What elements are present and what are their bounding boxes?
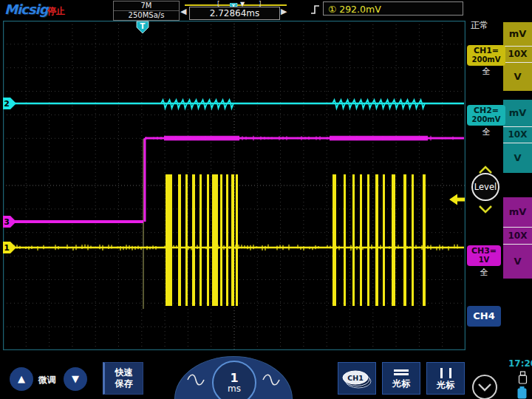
ch1-badge[interactable]: CH1= 200mV bbox=[467, 45, 505, 66]
timebase-unit: ms bbox=[228, 384, 241, 394]
memory-depth: 7M bbox=[114, 1, 179, 11]
acquisition-info-box[interactable]: 7M 250MSa/s bbox=[113, 1, 180, 21]
ch3-name: CH3 bbox=[471, 246, 490, 256]
svg-text:CH1: CH1 bbox=[347, 374, 364, 382]
fine-tune-up-button[interactable]: ▲ bbox=[10, 367, 33, 391]
hcursor-label: 光标 bbox=[392, 378, 410, 389]
battery-icon bbox=[516, 386, 528, 399]
vcursor-label: 光标 bbox=[437, 380, 454, 390]
brand-logo: Micsig bbox=[4, 1, 48, 17]
trigger-delay-increase-arrow[interactable]: ▶ bbox=[281, 7, 287, 16]
quick-save-line2: 保存 bbox=[105, 378, 143, 389]
ch1-name: CH1 bbox=[474, 46, 492, 55]
clock: 17:20 bbox=[508, 358, 532, 369]
timebase-value: 1 bbox=[230, 372, 238, 384]
ch1-v-button[interactable]: V bbox=[503, 63, 532, 91]
channel-select-button[interactable]: CH1 bbox=[338, 362, 376, 395]
acquire-mode-label: 正常 bbox=[471, 19, 488, 32]
timebase-knob[interactable]: 1 ms bbox=[212, 361, 256, 399]
vertical-cursor-button[interactable]: 光标 bbox=[426, 362, 465, 395]
ch1-mv-button[interactable]: mV bbox=[503, 22, 532, 47]
ch1-coupling-icon: = bbox=[492, 46, 499, 55]
run-state-indicator[interactable]: 停止 bbox=[47, 5, 65, 18]
hcursor-icon bbox=[394, 368, 409, 377]
collapse-menu-button[interactable] bbox=[472, 375, 497, 399]
usb-icon bbox=[518, 371, 528, 388]
sample-rate: 250MSa/s bbox=[114, 11, 179, 20]
oscilloscope-screen: Micsig 停止 7M 250MSa/s [ ] T ▼ ◀ 2.72864m… bbox=[0, 0, 532, 399]
ch3-mv-button[interactable]: mV bbox=[503, 197, 532, 228]
ch1-bandwidth: 全 bbox=[467, 66, 505, 77]
fine-tune-down-button[interactable]: ▼ bbox=[64, 367, 87, 391]
ch2-unit-panel[interactable]: mV 10X V bbox=[503, 100, 532, 173]
sine-fast-icon[interactable] bbox=[262, 372, 281, 391]
trigger-level-value[interactable]: ① 292.0mV bbox=[323, 1, 463, 16]
ch4-badge[interactable]: CH4 bbox=[467, 306, 501, 327]
waveform-display[interactable]: 231T bbox=[3, 21, 466, 350]
ch2-coupling-icon: = bbox=[492, 106, 499, 115]
trigger-delay-decrease-arrow[interactable]: ◀ bbox=[180, 7, 186, 16]
ch3-coupling-icon: = bbox=[490, 246, 497, 256]
ch1-probe-button[interactable]: 10X bbox=[503, 47, 532, 63]
ch3-unit-panel[interactable]: mV 10X V bbox=[503, 197, 532, 279]
trigger-position-value[interactable]: 2.72864ms bbox=[189, 7, 280, 20]
level-down-chevron[interactable] bbox=[478, 202, 493, 216]
horizontal-cursor-button[interactable]: 光标 bbox=[382, 362, 420, 395]
ch3-scale: 1V bbox=[467, 256, 501, 264]
sine-slow-icon[interactable] bbox=[186, 372, 205, 391]
ch2-name: CH2 bbox=[474, 106, 492, 115]
ch3-bandwidth: 全 bbox=[465, 267, 503, 278]
fine-tune-label: 微调 bbox=[38, 374, 56, 386]
ch3-v-button[interactable]: V bbox=[503, 245, 532, 279]
ch2-bandwidth: 全 bbox=[467, 126, 505, 137]
ch3-badge[interactable]: CH3= 1V bbox=[467, 245, 501, 266]
trigger-slope-rising-icon[interactable] bbox=[310, 3, 321, 19]
svg-text:2: 2 bbox=[4, 99, 10, 109]
ch2-probe-button[interactable]: 10X bbox=[503, 127, 532, 143]
ch2-scale: 200mV bbox=[467, 115, 505, 123]
ch1-unit-panel[interactable]: mV 10X V bbox=[503, 22, 532, 91]
ch2-v-button[interactable]: V bbox=[503, 143, 532, 173]
quick-save-line1: 快速 bbox=[105, 367, 143, 378]
chevron-down-icon bbox=[475, 381, 494, 393]
svg-text:T: T bbox=[140, 22, 146, 30]
level-knob[interactable]: Level bbox=[471, 173, 499, 201]
ch1-scale: 200mV bbox=[467, 55, 505, 64]
svg-text:3: 3 bbox=[4, 217, 10, 227]
ch2-mv-button[interactable]: mV bbox=[503, 100, 532, 127]
svg-text:1: 1 bbox=[4, 243, 10, 253]
trigger-level-marker[interactable] bbox=[449, 194, 465, 205]
vcursor-icon bbox=[440, 368, 451, 378]
ch3-probe-button[interactable]: 10X bbox=[503, 228, 532, 245]
ch2-badge[interactable]: CH2= 200mV bbox=[467, 105, 505, 126]
quick-save-button[interactable]: 快速 保存 bbox=[103, 362, 143, 395]
